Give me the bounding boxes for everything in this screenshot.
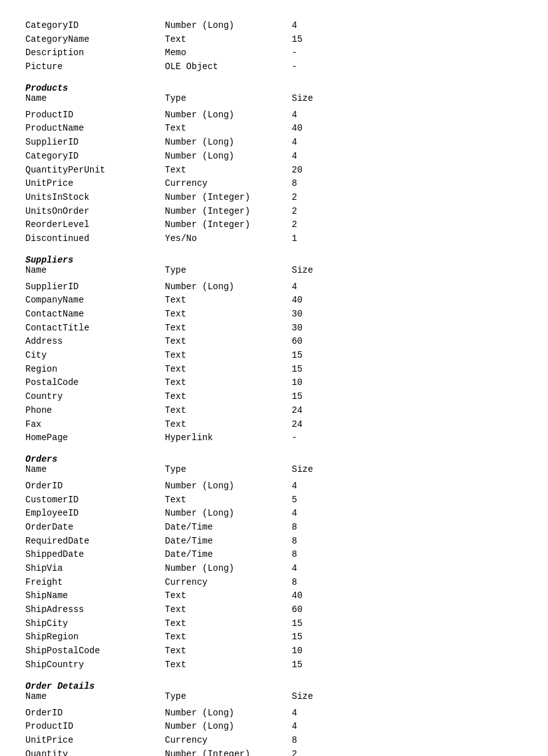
table-row: PictureOLE Object- <box>25 60 523 74</box>
cell-size: 1 <box>292 232 342 246</box>
table-row: PhoneText24 <box>25 404 523 418</box>
col-header-1: Type <box>165 93 292 103</box>
cell-type: Text <box>165 493 292 507</box>
table-row: DescriptionMemo- <box>25 46 523 60</box>
table-row: ProductIDNumber (Long)4 <box>25 720 523 734</box>
cell-type: Text <box>165 617 292 631</box>
cell-name: ShipAdresss <box>25 603 165 617</box>
cell-type: Number (Integer) <box>165 218 292 232</box>
cell-type: Number (Long) <box>165 562 292 576</box>
cell-size: 15 <box>292 349 342 363</box>
cell-name: UnitsOnOrder <box>25 205 165 219</box>
table-row: ProductNameText40 <box>25 122 523 136</box>
cell-type: Currency <box>165 576 292 590</box>
table-row: EmployeeIDNumber (Long)4 <box>25 507 523 521</box>
cell-size: 4 <box>292 19 342 33</box>
cell-type: Yes/No <box>165 232 292 246</box>
cell-type: Date/Time <box>165 548 292 562</box>
cell-name: PostalCode <box>25 376 165 390</box>
column-headers-orders: NameTypeSize <box>25 464 523 474</box>
cell-size: 8 <box>292 548 342 562</box>
cell-type: Text <box>165 376 292 390</box>
cell-type: Text <box>165 335 292 349</box>
cell-size: 30 <box>292 322 342 336</box>
col-header-2: Size <box>292 265 342 275</box>
cell-type: Text <box>165 349 292 363</box>
section-header-order-details: Order Details <box>25 681 523 691</box>
table-row: UnitPriceCurrency8 <box>25 734 523 748</box>
cell-name: Fax <box>25 418 165 432</box>
section-header-products: Products <box>25 83 523 93</box>
cell-size: 60 <box>292 603 342 617</box>
cell-size: 4 <box>292 562 342 576</box>
cell-type: Text <box>165 603 292 617</box>
cell-name: ShipRegion <box>25 630 165 644</box>
cell-size: 8 <box>292 576 342 590</box>
cell-name: Quantity <box>25 748 165 756</box>
section-products: ProductsNameTypeSizeProductIDNumber (Lon… <box>25 83 523 252</box>
table-row: CategoryIDNumber (Long)4 <box>25 19 523 33</box>
col-header-1: Type <box>165 691 292 701</box>
table-row: ShipViaNumber (Long)4 <box>25 562 523 576</box>
table-row: SupplierIDNumber (Long)4 <box>25 280 523 294</box>
cell-name: Freight <box>25 576 165 590</box>
table-row: DiscontinuedYes/No1 <box>25 232 523 246</box>
section-orders: OrdersNameTypeSizeOrderIDNumber (Long)4C… <box>25 454 523 679</box>
cell-name: ShipPostalCode <box>25 644 165 658</box>
cell-size: 4 <box>292 136 342 150</box>
cell-size: 8 <box>292 521 342 535</box>
cell-type: Number (Integer) <box>165 748 292 756</box>
cell-name: ShipVia <box>25 562 165 576</box>
col-header-1: Type <box>165 464 292 474</box>
table-row: RequiredDateDate/Time8 <box>25 535 523 549</box>
table-row: UnitsOnOrderNumber (Integer)2 <box>25 205 523 219</box>
cell-size: 2 <box>292 218 342 232</box>
cell-type: Text <box>165 164 292 178</box>
table-row: ContactTitleText30 <box>25 322 523 336</box>
cell-size: 40 <box>292 122 342 136</box>
cell-type: Text <box>165 404 292 418</box>
cell-size: 24 <box>292 418 342 432</box>
cell-type: Text <box>165 630 292 644</box>
cell-type: Date/Time <box>165 521 292 535</box>
column-headers-products: NameTypeSize <box>25 93 523 103</box>
cell-name: SupplierID <box>25 280 165 294</box>
cell-name: ShipCity <box>25 617 165 631</box>
table-row: ShipAdresssText60 <box>25 603 523 617</box>
cell-name: Picture <box>25 60 165 74</box>
col-header-0: Name <box>25 265 165 275</box>
cell-size: 30 <box>292 308 342 322</box>
cell-type: Text <box>165 33 292 47</box>
cell-size: 5 <box>292 493 342 507</box>
cell-size: 4 <box>292 280 342 294</box>
cell-size: - <box>292 60 342 74</box>
section-header-orders: Orders <box>25 454 523 464</box>
cell-size: 2 <box>292 748 342 756</box>
table-row: CategoryIDNumber (Long)4 <box>25 150 523 164</box>
section-header-suppliers: Suppliers <box>25 255 523 265</box>
cell-type: Text <box>165 418 292 432</box>
cell-type: Number (Long) <box>165 479 292 493</box>
cell-type: Text <box>165 322 292 336</box>
cell-name: OrderID <box>25 479 165 493</box>
cell-size: 8 <box>292 734 342 748</box>
section-categories-tail: CategoryIDNumber (Long)4CategoryNameText… <box>25 13 523 81</box>
cell-name: ProductID <box>25 720 165 734</box>
cell-name: City <box>25 349 165 363</box>
cell-size: 15 <box>292 33 342 47</box>
table-row: ShipCityText15 <box>25 617 523 631</box>
cell-name: UnitPrice <box>25 734 165 748</box>
cell-size: 15 <box>292 617 342 631</box>
section-order-details: Order DetailsNameTypeSizeOrderIDNumber (… <box>25 681 523 757</box>
cell-type: Memo <box>165 46 292 60</box>
cell-name: SupplierID <box>25 136 165 150</box>
table-row: PostalCodeText10 <box>25 376 523 390</box>
table-row: QuantityPerUnitText20 <box>25 164 523 178</box>
cell-name: ReorderLevel <box>25 218 165 232</box>
cell-size: 20 <box>292 164 342 178</box>
col-header-2: Size <box>292 464 342 474</box>
col-header-1: Type <box>165 265 292 275</box>
cell-name: CategoryName <box>25 33 165 47</box>
cell-name: CompanyName <box>25 294 165 308</box>
table-row: AddressText60 <box>25 335 523 349</box>
